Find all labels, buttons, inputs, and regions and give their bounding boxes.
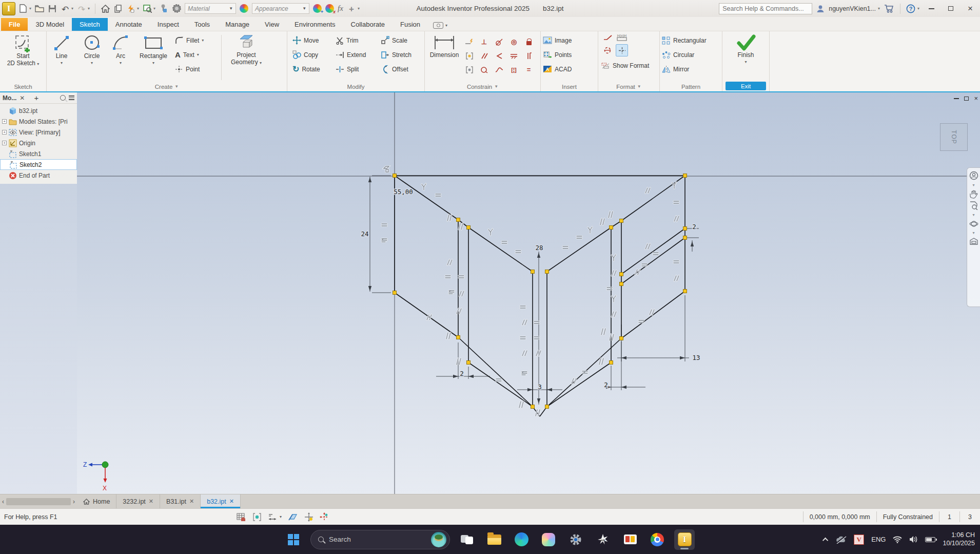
acad-button[interactable]: A ACAD bbox=[543, 63, 572, 75]
appearance-add-icon[interactable]: + bbox=[313, 4, 322, 13]
expand-icon[interactable]: + bbox=[2, 130, 7, 135]
constraint-glyph-origin[interactable] bbox=[384, 166, 389, 172]
points-button[interactable]: Points bbox=[543, 48, 572, 61]
stretch-button[interactable]: Stretch bbox=[381, 48, 420, 61]
settings-button[interactable] bbox=[565, 529, 586, 550]
help-icon[interactable]: ? bbox=[906, 4, 915, 13]
browser-close-icon[interactable]: ✕ bbox=[19, 94, 25, 102]
tree-item-sketch2[interactable]: Sketch2 bbox=[0, 159, 77, 170]
tab-manage[interactable]: Manage bbox=[218, 18, 257, 31]
tab-file[interactable]: File bbox=[1, 18, 28, 31]
constraint-glyph-parv[interactable] bbox=[457, 358, 461, 365]
constraint-glyph-eq[interactable] bbox=[639, 320, 644, 322]
open-file-icon[interactable] bbox=[35, 4, 44, 13]
dimension-button[interactable]: Dimension bbox=[427, 33, 462, 60]
grid-settings-icon[interactable] bbox=[236, 512, 246, 522]
constraint-glyph-parv[interactable] bbox=[609, 212, 613, 218]
edge-button[interactable] bbox=[511, 529, 532, 550]
dimension-value[interactable]: 2 bbox=[692, 223, 696, 231]
extend-button[interactable]: Extend bbox=[336, 48, 377, 61]
constraint-glyph-par[interactable] bbox=[612, 312, 616, 317]
sketch-line[interactable] bbox=[547, 227, 611, 272]
new-file-caret[interactable]: ▾ bbox=[29, 6, 31, 11]
navbar-caret[interactable]: ▾ bbox=[972, 231, 974, 235]
constraint-glyph-parv[interactable] bbox=[446, 333, 450, 339]
constraint-glyph-perp[interactable] bbox=[612, 296, 616, 302]
constraint-glyph-eq[interactable] bbox=[502, 241, 507, 243]
tab-environments[interactable]: Environments bbox=[287, 18, 343, 31]
volume-icon[interactable] bbox=[909, 536, 918, 543]
panel-label-create[interactable]: Create▼ bbox=[47, 82, 287, 91]
tab-collaborate[interactable]: Collaborate bbox=[343, 18, 393, 31]
tab-fusion[interactable]: Fusion bbox=[393, 18, 428, 31]
pin-icon[interactable] bbox=[159, 4, 168, 13]
sketch-vertex[interactable] bbox=[683, 227, 687, 231]
rectangular-pattern-button[interactable]: Rectangular bbox=[662, 34, 707, 47]
constraint-glyph-parv[interactable] bbox=[519, 402, 523, 408]
constraint-glyph-eq[interactable] bbox=[436, 194, 441, 196]
constraint-glyph-par[interactable] bbox=[674, 276, 679, 281]
sketch-line[interactable] bbox=[468, 362, 533, 407]
file-explorer-button[interactable] bbox=[484, 529, 504, 550]
tangent2-icon[interactable] bbox=[492, 49, 506, 63]
panel-label-format[interactable]: Format▼ bbox=[598, 82, 659, 91]
language-indicator[interactable]: ENG bbox=[871, 536, 886, 543]
ink-button[interactable]: ink bbox=[593, 529, 613, 550]
sketch-vertex[interactable] bbox=[457, 336, 460, 339]
navbar-caret[interactable]: ▾ bbox=[972, 213, 974, 217]
scroll-left-icon[interactable]: ‹ bbox=[2, 498, 4, 505]
sketch-vertex[interactable] bbox=[393, 291, 397, 295]
constraint-glyph-par[interactable] bbox=[459, 291, 464, 296]
view-cube[interactable]: TOP bbox=[940, 123, 968, 151]
constraint-glyph-par[interactable] bbox=[650, 310, 654, 315]
sketch-vertex[interactable] bbox=[683, 236, 687, 240]
constraint-glyph-eq[interactable] bbox=[674, 261, 679, 263]
sketch-line[interactable] bbox=[621, 291, 685, 338]
tab-close-icon[interactable]: ✕ bbox=[189, 498, 194, 505]
arc-button[interactable]: Arc▾ bbox=[107, 33, 134, 66]
sketch-vertex[interactable] bbox=[531, 405, 535, 409]
constraint-glyph-eq[interactable] bbox=[516, 251, 521, 253]
expand-icon[interactable]: + bbox=[2, 141, 7, 145]
doc-tab-b31[interactable]: B31.ipt✕ bbox=[160, 494, 201, 508]
doc-minimize-icon[interactable] bbox=[954, 98, 959, 99]
browser-search-icon[interactable] bbox=[60, 95, 66, 101]
material-combo[interactable]: Material▼ bbox=[185, 3, 236, 14]
panel-label-constrain[interactable]: Constrain▼ bbox=[425, 82, 540, 91]
start-button[interactable] bbox=[283, 529, 304, 550]
constraint-glyph-parv[interactable] bbox=[599, 358, 603, 365]
battery-icon[interactable] bbox=[925, 537, 935, 542]
constraint-glyph-parv[interactable] bbox=[601, 329, 605, 335]
quick-action-caret[interactable]: ▾ bbox=[137, 6, 139, 11]
scroll-right-icon[interactable]: › bbox=[73, 498, 75, 505]
dimension-value[interactable]: 24 bbox=[361, 230, 368, 238]
color-wheel-icon[interactable] bbox=[240, 4, 248, 13]
constraint-status-icon[interactable] bbox=[320, 512, 329, 522]
constraint-glyph-par[interactable] bbox=[645, 244, 650, 249]
start-2d-sketch-button[interactable]: Start 2D Sketch ▾ bbox=[5, 33, 42, 68]
constraint-glyph-parv[interactable] bbox=[536, 410, 540, 416]
mirror-button[interactable]: Mirror bbox=[662, 63, 707, 75]
vertical-icon[interactable] bbox=[521, 49, 536, 63]
parallel-icon[interactable] bbox=[477, 49, 492, 63]
close-button[interactable]: × bbox=[963, 3, 978, 15]
tab-view[interactable]: View bbox=[257, 18, 287, 31]
auto-dimension-icon[interactable] bbox=[462, 35, 477, 49]
center-point-icon[interactable] bbox=[616, 44, 628, 56]
dimension-value[interactable]: 3 bbox=[538, 383, 542, 391]
constraint-glyph-par[interactable] bbox=[612, 271, 616, 276]
constraint-glyph-par[interactable] bbox=[674, 216, 679, 221]
degrees-of-freedom-icon[interactable] bbox=[304, 512, 313, 522]
offset-button[interactable]: Offset bbox=[381, 63, 420, 75]
sketch-vertex[interactable] bbox=[610, 361, 613, 365]
tab-annotate[interactable]: Annotate bbox=[108, 18, 150, 31]
show-constraints-icon[interactable] bbox=[462, 49, 477, 63]
split-button[interactable]: Split bbox=[336, 63, 377, 75]
smooth-icon[interactable] bbox=[492, 63, 506, 77]
dimension-value[interactable]: 28 bbox=[535, 244, 543, 252]
sketch-vertex[interactable] bbox=[457, 218, 460, 222]
rotate-button[interactable]: ↻ Rotate bbox=[292, 63, 331, 75]
rectangle-button[interactable]: Rectangle▾ bbox=[134, 33, 173, 66]
lock-icon[interactable] bbox=[521, 35, 536, 49]
dimension-value[interactable]: 55,00 bbox=[394, 188, 413, 196]
